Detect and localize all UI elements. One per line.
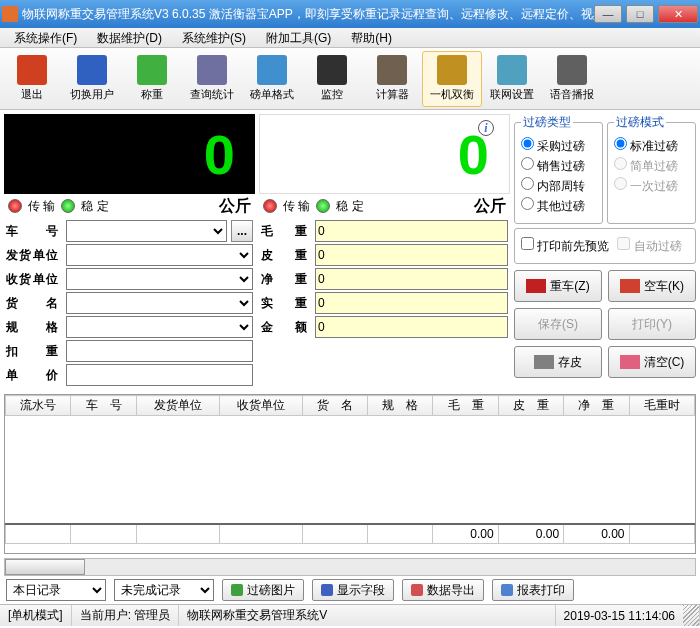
fields-button[interactable]: 显示字段 [312, 579, 394, 601]
toolbar-4[interactable]: 磅单格式 [242, 51, 302, 107]
toolbar-icon [317, 55, 347, 85]
close-button[interactable]: ✕ [658, 5, 698, 23]
tx-led-left [8, 199, 22, 213]
col-header[interactable]: 货 名 [302, 396, 367, 416]
export-icon [411, 584, 423, 596]
heavy-button[interactable]: 重车(Z) [514, 270, 602, 302]
real-input[interactable] [315, 292, 508, 314]
car-lookup-button[interactable]: ... [231, 220, 253, 242]
eraser-icon [620, 355, 640, 369]
col-header[interactable]: 规 格 [367, 396, 432, 416]
toolbar-1[interactable]: 切换用户 [62, 51, 122, 107]
store-tare-button[interactable]: 存皮 [514, 346, 602, 378]
send-select[interactable] [66, 244, 253, 266]
columns-icon [321, 584, 333, 596]
amt-input[interactable] [315, 316, 508, 338]
type-legend: 过磅类型 [521, 114, 573, 131]
toolbar-6[interactable]: 计算器 [362, 51, 422, 107]
radio-采购过磅[interactable]: 采购过磅 [521, 137, 596, 155]
info-icon[interactable]: i [478, 120, 494, 136]
images-button[interactable]: 过磅图片 [222, 579, 304, 601]
mode-legend: 过磅模式 [614, 114, 666, 131]
disk-icon [534, 355, 554, 369]
truck-empty-icon [620, 279, 640, 293]
report-button[interactable]: 报表打印 [492, 579, 574, 601]
col-header[interactable]: 发货单位 [136, 396, 219, 416]
toolbar-9[interactable]: 语音播报 [542, 51, 602, 107]
radio-一次过磅: 一次过磅 [614, 177, 689, 195]
radio-简单过磅: 简单过磅 [614, 157, 689, 175]
label-recv: 收货单位 [6, 271, 62, 288]
toolbar-icon [17, 55, 47, 85]
toolbar-2[interactable]: 称重 [122, 51, 182, 107]
h-scrollbar[interactable] [4, 558, 696, 576]
col-header[interactable]: 车 号 [71, 396, 136, 416]
toolbar-icon [377, 55, 407, 85]
preview-checkbox[interactable]: 打印前先预览 [521, 237, 609, 255]
stable-led-right [316, 199, 330, 213]
toolbar-icon [437, 55, 467, 85]
toolbar-icon [77, 55, 107, 85]
label-tare: 皮 重 [261, 247, 311, 264]
menu-help[interactable]: 帮助(H) [341, 28, 402, 47]
status-time: 2019-03-15 11:14:06 [556, 605, 683, 626]
status-mode: [单机模式] [0, 605, 72, 626]
clear-button[interactable]: 清空(C) [608, 346, 696, 378]
minimize-button[interactable]: ― [594, 5, 622, 23]
menu-tools[interactable]: 附加工具(G) [256, 28, 341, 47]
price-input[interactable] [66, 364, 253, 386]
radio-销售过磅[interactable]: 销售过磅 [521, 157, 596, 175]
toolbar-icon [137, 55, 167, 85]
menu-maintain[interactable]: 系统维护(S) [172, 28, 256, 47]
net-input[interactable] [315, 268, 508, 290]
car-select[interactable] [66, 220, 227, 242]
tx-label-left: 传 输 [28, 198, 55, 215]
toolbar-0[interactable]: 退出 [2, 51, 62, 107]
col-header[interactable]: 毛 重 [433, 396, 498, 416]
recv-select[interactable] [66, 268, 253, 290]
label-spec: 规 格 [6, 319, 62, 336]
status-filter-select[interactable]: 未完成记录 [114, 579, 214, 601]
maximize-button[interactable]: □ [626, 5, 654, 23]
col-header[interactable]: 皮 重 [498, 396, 563, 416]
title-bar: 物联网称重交易管理系统V3 6.0.35 激活衡器宝APP，即刻享受称重记录远程… [0, 0, 700, 28]
date-filter-select[interactable]: 本日记录 [6, 579, 106, 601]
gross-input[interactable] [315, 220, 508, 242]
print-icon [501, 584, 513, 596]
menu-system[interactable]: 系统操作(F) [4, 28, 87, 47]
label-send: 发货单位 [6, 247, 62, 264]
goods-select[interactable] [66, 292, 253, 314]
records-table[interactable]: 流水号车 号发货单位收货单位货 名规 格毛 重皮 重净 重毛重时 0.000.0… [4, 394, 696, 554]
empty-button[interactable]: 空车(K) [608, 270, 696, 302]
label-real: 实 重 [261, 295, 311, 312]
col-header[interactable]: 毛重时 [629, 396, 694, 416]
toolbar-7[interactable]: 一机双衡 [422, 51, 482, 107]
resize-grip[interactable] [683, 605, 700, 626]
window-title: 物联网称重交易管理系统V3 6.0.35 激活衡器宝APP，即刻享受称重记录远程… [22, 6, 594, 23]
toolbar-icon [197, 55, 227, 85]
save-button: 保存(S) [514, 308, 602, 340]
col-header[interactable]: 收货单位 [219, 396, 302, 416]
stable-led-left [61, 199, 75, 213]
toolbar-5[interactable]: 监控 [302, 51, 362, 107]
radio-其他过磅[interactable]: 其他过磅 [521, 197, 596, 215]
export-button[interactable]: 数据导出 [402, 579, 484, 601]
stable-label-right: 稳 定 [336, 198, 363, 215]
weight-display-left: 0 [4, 114, 255, 194]
status-bar: [单机模式] 当前用户: 管理员 物联网称重交易管理系统V 2019-03-15… [0, 604, 700, 626]
menu-data[interactable]: 数据维护(D) [87, 28, 172, 47]
label-car: 车 号 [6, 223, 62, 240]
col-header[interactable]: 净 重 [564, 396, 629, 416]
tx-label-right: 传 输 [283, 198, 310, 215]
toolbar-3[interactable]: 查询统计 [182, 51, 242, 107]
radio-标准过磅[interactable]: 标准过磅 [614, 137, 689, 155]
menu-bar: 系统操作(F) 数据维护(D) 系统维护(S) 附加工具(G) 帮助(H) [0, 28, 700, 48]
spec-select[interactable] [66, 316, 253, 338]
toolbar-8[interactable]: 联网设置 [482, 51, 542, 107]
radio-内部周转[interactable]: 内部周转 [521, 177, 596, 195]
tare-input[interactable] [315, 244, 508, 266]
deduct-input[interactable] [66, 340, 253, 362]
col-header[interactable]: 流水号 [6, 396, 71, 416]
app-icon [2, 6, 18, 22]
image-icon [231, 584, 243, 596]
